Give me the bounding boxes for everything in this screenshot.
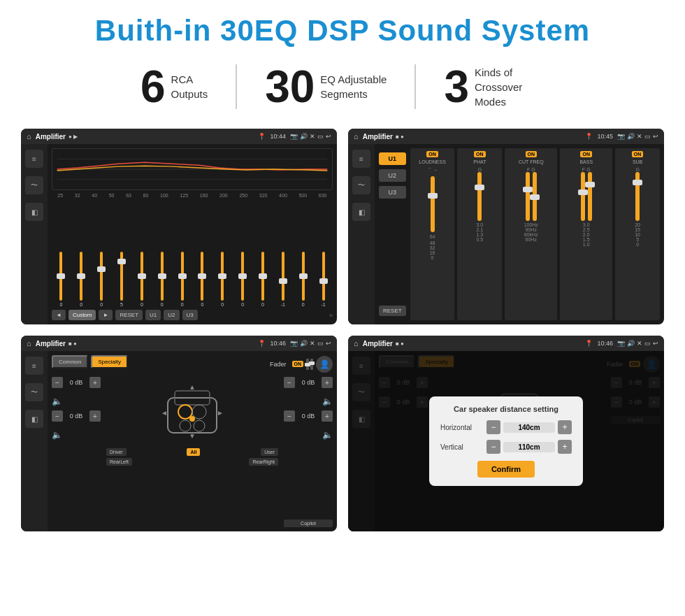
location-icon-2: 📍 xyxy=(585,133,593,140)
eq-slider-9[interactable]: 0 xyxy=(213,252,232,307)
cutfreq-slider-g[interactable] xyxy=(533,172,537,221)
eq-app-name: Amplifier xyxy=(36,133,66,141)
copilot-btn[interactable]: Copilot xyxy=(284,520,333,527)
eq-side-btn-1[interactable]: ≡ xyxy=(25,150,43,168)
fader-bottom-labels: Driver All User xyxy=(106,448,278,456)
eq-slider-2[interactable]: 0 xyxy=(72,252,91,307)
eq-reset-btn[interactable]: RESET xyxy=(115,310,143,320)
svg-point-8 xyxy=(180,420,191,431)
close-icon[interactable]: ✕ xyxy=(310,133,315,140)
eq-slider-5[interactable]: 0 xyxy=(132,252,151,307)
u2-preset-btn[interactable]: U2 xyxy=(379,169,406,182)
bass-slider-g[interactable] xyxy=(588,172,592,221)
eq-side-btn-3[interactable]: ◧ xyxy=(25,203,43,221)
crossover-side-btn-1[interactable]: ≡ xyxy=(352,150,370,168)
back-icon-3[interactable]: ↩ xyxy=(326,340,331,347)
cutfreq-val3: 80kHz xyxy=(524,232,538,237)
all-btn[interactable]: All xyxy=(187,448,200,456)
back-icon-2[interactable]: ↩ xyxy=(653,133,658,140)
fader-common-tab[interactable]: Common xyxy=(52,355,88,368)
home-icon-3[interactable]: ⌂ xyxy=(27,339,31,348)
eq-side-btn-2[interactable]: 〜 xyxy=(25,176,43,194)
rearleft-btn[interactable]: RearLeft xyxy=(106,458,132,466)
eq-u3-btn[interactable]: U3 xyxy=(182,310,198,320)
fader-plus-1[interactable]: + xyxy=(89,377,101,388)
fader-side-panel: ≡ 〜 ◧ xyxy=(21,351,48,531)
crossover-reset-btn[interactable]: RESET xyxy=(379,306,406,316)
home-icon-2[interactable]: ⌂ xyxy=(354,132,359,141)
eq-play-btn[interactable]: ► xyxy=(99,310,113,320)
bass-on-badge[interactable]: ON xyxy=(580,151,592,157)
fader-plus-3[interactable]: + xyxy=(322,377,333,388)
close-icon-3[interactable]: ✕ xyxy=(310,340,315,347)
eq-slider-1[interactable]: 0 xyxy=(52,252,71,307)
eq-slider-10[interactable]: 0 xyxy=(233,252,252,307)
back-icon-4[interactable]: ↩ xyxy=(653,340,658,347)
loudness-values: 64 xyxy=(430,234,435,239)
fader-minus-4[interactable]: − xyxy=(284,410,295,422)
eq-prev-btn[interactable]: ◄ xyxy=(52,310,66,320)
bass-slider-f[interactable] xyxy=(581,172,585,221)
crossover-side-btn-3[interactable]: ◧ xyxy=(352,203,370,221)
horizontal-minus-btn[interactable]: − xyxy=(486,420,500,434)
cutfreq-slider-f[interactable] xyxy=(526,172,530,221)
cutfreq-panel: ON CUT FREQ FG xyxy=(505,148,557,320)
eq-slider-12[interactable]: -1 xyxy=(273,252,292,307)
loudness-curve2[interactable]: ⌣ xyxy=(434,167,438,174)
eq-more[interactable]: » xyxy=(329,312,333,319)
fader-minus-3[interactable]: − xyxy=(284,377,295,388)
fader-side-btn-2[interactable]: 〜 xyxy=(25,383,43,401)
cutfreq-on-badge[interactable]: ON xyxy=(526,151,538,157)
eq-slider-14[interactable]: -1 xyxy=(314,252,333,307)
driver-btn[interactable]: Driver xyxy=(106,448,127,456)
vertical-plus-btn[interactable]: + xyxy=(558,440,572,454)
fader-side-btn-3[interactable]: ◧ xyxy=(25,410,43,428)
user-btn[interactable]: User xyxy=(261,448,278,456)
crossover-status-dots: ■ ● xyxy=(396,134,404,140)
back-icon[interactable]: ↩ xyxy=(326,133,331,140)
profile-icon[interactable]: 👤 xyxy=(316,356,333,373)
rearright-btn[interactable]: RearRight xyxy=(249,458,278,466)
sub-val3: 10 xyxy=(635,232,640,237)
confirm-button[interactable]: Confirm xyxy=(477,461,535,478)
vertical-minus-btn[interactable]: − xyxy=(486,440,500,454)
eq-time: 10:44 xyxy=(270,133,286,140)
u1-preset-btn[interactable]: U1 xyxy=(379,152,406,165)
eq-u1-btn[interactable]: U1 xyxy=(145,310,161,320)
phat-on-badge[interactable]: ON xyxy=(474,151,486,157)
fader-screen: ⌂ Amplifier ■ ● 📍 10:46 📷 🔊 ✕ ▭ ↩ ≡ 〜 ◧ xyxy=(21,336,337,531)
eq-custom-btn[interactable]: Custom xyxy=(68,310,96,320)
eq-slider-3[interactable]: 0 xyxy=(92,252,111,307)
eq-slider-7[interactable]: 0 xyxy=(173,252,192,307)
eq-slider-11[interactable]: 0 xyxy=(254,252,273,307)
close-icon-2[interactable]: ✕ xyxy=(637,133,642,140)
phat-val4: 0.5 xyxy=(477,237,484,242)
loudness-curve1[interactable]: ⌒ xyxy=(427,167,432,174)
fader-minus-1[interactable]: − xyxy=(52,377,63,388)
eq-slider-13[interactable]: 0 xyxy=(294,252,312,307)
loudness-on-badge[interactable]: ON xyxy=(426,151,438,157)
home-icon[interactable]: ⌂ xyxy=(27,132,31,141)
eq-u2-btn[interactable]: U2 xyxy=(164,310,179,320)
fader-minus-2[interactable]: − xyxy=(52,410,63,422)
distance-dialog: Car speaker distance setting Horizontal … xyxy=(429,396,583,486)
loudness-slider[interactable] xyxy=(431,176,435,232)
u3-preset-btn[interactable]: U3 xyxy=(379,186,406,199)
fader-plus-2[interactable]: + xyxy=(89,410,101,422)
close-icon-4[interactable]: ✕ xyxy=(637,340,642,347)
home-icon-4[interactable]: ⌂ xyxy=(354,339,359,348)
crossover-side-btn-2[interactable]: 〜 xyxy=(352,176,370,194)
screens-grid: ⌂ Amplifier ● ▶ 📍 10:44 📷 🔊 ✕ ▭ ↩ ≡ 〜 ◧ xyxy=(21,129,664,531)
fader-plus-4[interactable]: + xyxy=(322,410,333,422)
eq-slider-4[interactable]: 5 xyxy=(113,252,131,307)
fader-specialty-tab[interactable]: Specialty xyxy=(91,355,127,368)
fader-side-btn-1[interactable]: ≡ xyxy=(25,357,43,375)
sub-on-badge[interactable]: ON xyxy=(632,151,644,157)
fader-mini-2[interactable] xyxy=(310,359,313,370)
eq-slider-8[interactable]: 0 xyxy=(193,252,212,307)
horizontal-plus-btn[interactable]: + xyxy=(558,420,572,434)
sub-slider[interactable] xyxy=(635,172,640,221)
eq-slider-6[interactable]: 0 xyxy=(152,252,171,307)
fader-on-badge[interactable]: ON xyxy=(292,361,304,367)
phat-slider[interactable] xyxy=(477,172,482,221)
